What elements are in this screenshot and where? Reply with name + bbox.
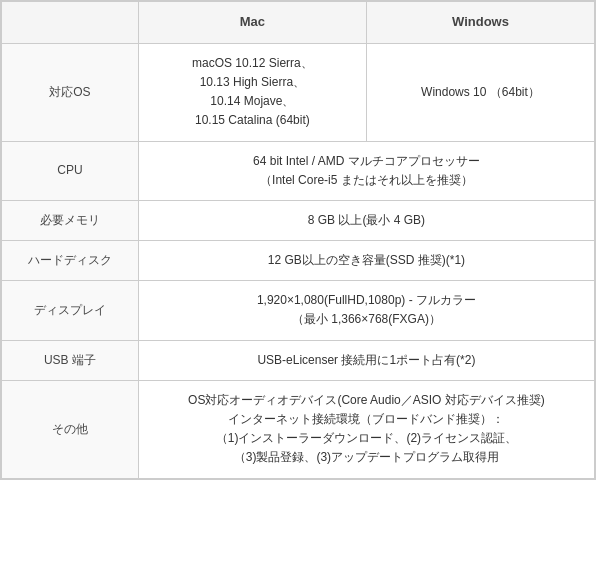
row-mac-os: macOS 10.12 Sierra、10.13 High Sierra、10.…	[138, 43, 366, 141]
row-windows-os: Windows 10 （64bit）	[366, 43, 594, 141]
table-row-usb: USB 端子USB-eLicenser 接続用に1ポート占有(*2)	[2, 340, 595, 380]
row-label-other: その他	[2, 380, 139, 478]
row-content-display: 1,920×1,080(FullHD,1080p) - フルカラー（最小 1,3…	[138, 281, 594, 340]
row-label-memory: 必要メモリ	[2, 200, 139, 240]
row-label-usb: USB 端子	[2, 340, 139, 380]
row-content-hdd: 12 GB以上の空き容量(SSD 推奨)(*1)	[138, 241, 594, 281]
header-windows: Windows	[366, 2, 594, 44]
row-label-cpu: CPU	[2, 141, 139, 200]
table-row-cpu: CPU64 bit Intel / AMD マルチコアプロセッサー（Intel …	[2, 141, 595, 200]
table-row-display: ディスプレイ1,920×1,080(FullHD,1080p) - フルカラー（…	[2, 281, 595, 340]
row-content-usb: USB-eLicenser 接続用に1ポート占有(*2)	[138, 340, 594, 380]
row-content-memory: 8 GB 以上(最小 4 GB)	[138, 200, 594, 240]
row-label-os: 対応OS	[2, 43, 139, 141]
row-content-cpu: 64 bit Intel / AMD マルチコアプロセッサー（Intel Cor…	[138, 141, 594, 200]
header-mac: Mac	[138, 2, 366, 44]
table-row-os: 対応OSmacOS 10.12 Sierra、10.13 High Sierra…	[2, 43, 595, 141]
header-label-col	[2, 2, 139, 44]
row-label-display: ディスプレイ	[2, 281, 139, 340]
table-row-other: その他OS対応オーディオデバイス(Core Audio／ASIO 対応デバイス推…	[2, 380, 595, 478]
specs-table: Mac Windows 対応OSmacOS 10.12 Sierra、10.13…	[1, 1, 595, 479]
row-content-other: OS対応オーディオデバイス(Core Audio／ASIO 対応デバイス推奨)イ…	[138, 380, 594, 478]
table-row-hdd: ハードディスク12 GB以上の空き容量(SSD 推奨)(*1)	[2, 241, 595, 281]
table-row-memory: 必要メモリ8 GB 以上(最小 4 GB)	[2, 200, 595, 240]
row-label-hdd: ハードディスク	[2, 241, 139, 281]
specs-table-container: Mac Windows 対応OSmacOS 10.12 Sierra、10.13…	[0, 0, 596, 480]
